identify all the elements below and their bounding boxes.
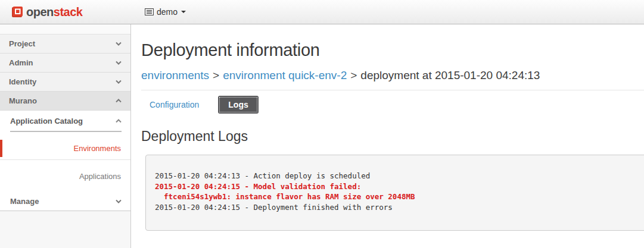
- openstack-cube-icon: [11, 7, 23, 18]
- sidebar-group-label: Manage: [10, 197, 39, 206]
- chevron-down-icon: [116, 42, 122, 46]
- page-title: Deployment information: [141, 40, 644, 60]
- sidebar-item-applications[interactable]: Applications: [0, 168, 130, 185]
- caret-down-icon: [181, 11, 186, 13]
- breadcrumb-current: deployment at 2015-01-20 04:24:13: [360, 69, 540, 81]
- sidebar-subgroup-application-catalog[interactable]: Application Catalog: [0, 111, 130, 131]
- breadcrumb-separator: >: [209, 69, 223, 81]
- sidebar-spacer: [0, 24, 130, 34]
- sidebar-group-manage[interactable]: Manage: [0, 192, 130, 211]
- chevron-up-icon: [116, 99, 122, 103]
- openstack-wordmark: openstack: [26, 5, 82, 19]
- project-list-icon: [145, 8, 154, 15]
- chevron-down-icon: [116, 199, 122, 203]
- sidebar-subgroup-label: Application Catalog: [10, 117, 83, 125]
- logo-text-stack: stack: [54, 5, 83, 18]
- chevron-down-icon: [116, 80, 122, 84]
- tenant-name: demo: [157, 7, 178, 17]
- chevron-up-icon: [116, 119, 122, 123]
- sidebar-item-environments[interactable]: Environments: [0, 140, 130, 157]
- sidebar-group-label: Identity: [9, 77, 36, 86]
- openstack-logo[interactable]: openstack: [11, 5, 82, 19]
- header-divider: [141, 90, 644, 90]
- deployment-log-box: 2015-01-20 04:24:13 - Action deploy is s…: [145, 155, 644, 231]
- tab-bar: Configuration Logs: [141, 96, 644, 114]
- sidebar-item-label: Applications: [79, 172, 121, 181]
- log-line-error: 2015-01-20 04:24:15 - Model validation f…: [155, 181, 637, 192]
- subgroup-divider: [10, 131, 122, 132]
- sidebar-group-label: Project: [9, 39, 35, 48]
- sidebar-nav: Project Admin Identity Murano Applicatio…: [0, 24, 131, 248]
- chevron-down-icon: [116, 61, 122, 65]
- log-line: 2015-01-20 04:24:15 - Deployment finishe…: [155, 202, 637, 213]
- sidebar-group-label: Murano: [9, 96, 37, 105]
- breadcrumb-separator: >: [347, 69, 360, 81]
- sidebar-item-label: Environments: [74, 144, 121, 153]
- sidebar-group-admin[interactable]: Admin: [0, 54, 130, 73]
- top-navbar: openstack demo: [0, 0, 644, 24]
- sidebar-group-identity[interactable]: Identity: [0, 73, 130, 92]
- sidebar-group-project[interactable]: Project: [0, 34, 130, 54]
- breadcrumb-link-environment[interactable]: environment quick-env-2: [223, 69, 347, 81]
- sidebar-footer-panel: [0, 211, 130, 248]
- breadcrumb: environments>environment quick-env-2>dep…: [141, 69, 644, 82]
- log-line: 2015-01-20 04:24:13 - Action deploy is s…: [155, 171, 637, 181]
- section-title: Deployment Logs: [141, 128, 644, 145]
- tenant-switcher[interactable]: demo: [145, 0, 186, 24]
- breadcrumb-link-environments[interactable]: environments: [141, 69, 209, 81]
- sidebar-group-label: Admin: [9, 58, 33, 67]
- log-line-error: ftceni54s1ywb1: instance flavor has RAM …: [155, 192, 637, 202]
- main-content: Deployment information environments>envi…: [131, 40, 644, 231]
- tab-logs[interactable]: Logs: [218, 96, 258, 114]
- sidebar-group-murano[interactable]: Murano: [0, 92, 130, 111]
- tab-configuration[interactable]: Configuration: [141, 96, 207, 114]
- logo-text-open: open: [26, 5, 54, 18]
- leaf-divider: [0, 159, 130, 160]
